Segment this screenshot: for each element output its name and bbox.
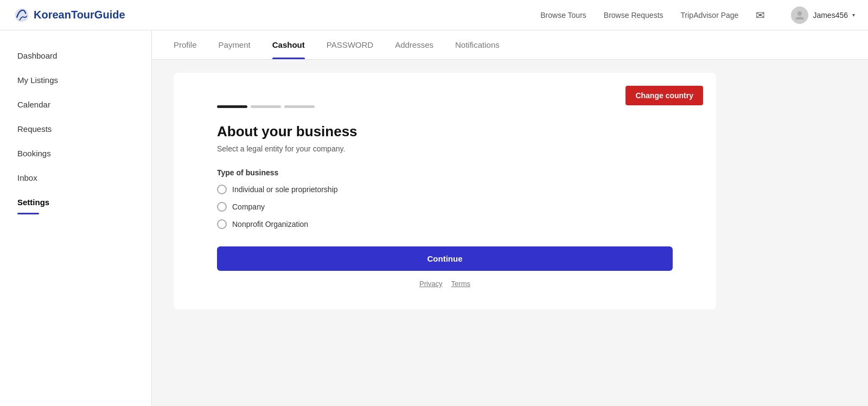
sidebar-item-calendar[interactable]: Calendar [0, 92, 151, 117]
svg-point-0 [797, 11, 802, 16]
nav-tripadvisor-page[interactable]: TripAdvisor Page [681, 11, 739, 20]
sidebar-item-inbox[interactable]: Inbox [0, 166, 151, 190]
sidebar-item-settings[interactable]: Settings [0, 190, 151, 214]
progress-bar [217, 105, 315, 108]
logo-icon [13, 7, 30, 24]
nav-browse-tours[interactable]: Browse Tours [540, 11, 586, 20]
radio-nonprofit[interactable]: Nonprofit Organization [217, 219, 673, 229]
settings-tabs: Profile Payment Cashout PASSWORD Address… [152, 30, 868, 60]
user-menu[interactable]: James456 ▾ [791, 7, 855, 24]
logo-text: KoreanTourGuide [34, 9, 125, 21]
type-of-business-label: Type of business [217, 168, 673, 177]
form-title: About your business [217, 123, 673, 140]
change-country-button[interactable]: Change country [626, 86, 703, 105]
tab-password[interactable]: PASSWORD [327, 30, 373, 59]
terms-link[interactable]: Terms [451, 280, 470, 288]
progress-segment-3 [284, 105, 315, 108]
top-navigation: KoreanTourGuide Browse Tours Browse Requ… [0, 0, 868, 30]
radio-company[interactable]: Company [217, 202, 673, 212]
business-type-radio-group: Individual or sole proprietorship Compan… [217, 185, 673, 229]
user-dropdown-arrow: ▾ [852, 12, 855, 18]
sidebar-item-requests[interactable]: Requests [0, 117, 151, 141]
sidebar-item-my-listings[interactable]: My Listings [0, 68, 151, 92]
main-content: Profile Payment Cashout PASSWORD Address… [152, 30, 868, 406]
tab-addresses[interactable]: Addresses [395, 30, 433, 59]
tab-cashout[interactable]: Cashout [272, 30, 305, 59]
radio-circle-nonprofit [217, 219, 227, 229]
privacy-link[interactable]: Privacy [419, 280, 443, 288]
sidebar-item-bookings[interactable]: Bookings [0, 141, 151, 166]
radio-circle-company [217, 202, 227, 212]
radio-label-nonprofit: Nonprofit Organization [232, 220, 308, 229]
cashout-card: Change country About your business Selec… [174, 73, 716, 309]
continue-button[interactable]: Continue [217, 246, 673, 271]
page-layout: Dashboard My Listings Calendar Requests … [0, 30, 868, 406]
tab-notifications[interactable]: Notifications [455, 30, 500, 59]
form-subtitle: Select a legal entity for your company. [217, 144, 673, 153]
nav-browse-requests[interactable]: Browse Requests [604, 11, 663, 20]
logo[interactable]: KoreanTourGuide [13, 7, 125, 24]
tab-payment[interactable]: Payment [219, 30, 251, 59]
sidebar: Dashboard My Listings Calendar Requests … [0, 30, 152, 406]
nav-links: Browse Tours Browse Requests TripAdvisor… [540, 7, 855, 24]
content-area: Change country About your business Selec… [152, 60, 868, 322]
username-label: James456 [813, 11, 848, 20]
sidebar-item-dashboard[interactable]: Dashboard [0, 43, 151, 68]
avatar [791, 7, 808, 24]
form-footer-links: Privacy Terms [217, 280, 673, 288]
radio-individual[interactable]: Individual or sole proprietorship [217, 185, 673, 194]
radio-circle-individual [217, 185, 227, 194]
tab-profile[interactable]: Profile [174, 30, 197, 59]
progress-segment-2 [251, 105, 281, 108]
radio-label-company: Company [232, 202, 265, 211]
envelope-icon[interactable]: ✉ [756, 9, 765, 22]
radio-label-individual: Individual or sole proprietorship [232, 185, 338, 194]
progress-segment-1 [217, 105, 247, 108]
